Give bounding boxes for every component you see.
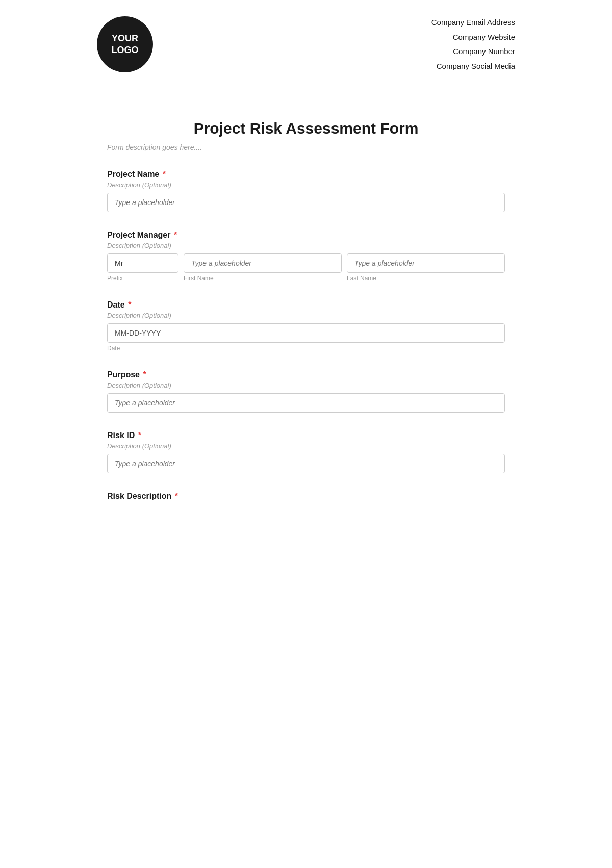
date-label: Date *	[107, 300, 505, 310]
date-required: *	[126, 300, 132, 309]
last-name-input[interactable]	[347, 253, 505, 273]
company-website-label: Company Website	[431, 30, 515, 45]
purpose-required: *	[141, 370, 146, 379]
prefix-col: Prefix	[107, 253, 178, 282]
first-name-label: First Name	[184, 275, 342, 282]
purpose-input[interactable]	[107, 393, 505, 413]
risk-id-input[interactable]	[107, 454, 505, 473]
risk-id-description: Description (Optional)	[107, 442, 505, 450]
risk-description-required: *	[172, 492, 178, 500]
company-social-label: Company Social Media	[431, 59, 515, 74]
project-name-description: Description (Optional)	[107, 181, 505, 189]
date-sub-label: Date	[107, 345, 505, 352]
prefix-input[interactable]	[107, 253, 178, 273]
risk-id-field: Risk ID * Description (Optional)	[107, 431, 505, 473]
purpose-description: Description (Optional)	[107, 381, 505, 389]
first-name-input[interactable]	[184, 253, 342, 273]
risk-description-field: Risk Description *	[107, 492, 505, 501]
project-manager-required: *	[171, 231, 177, 239]
last-name-label: Last Name	[347, 275, 505, 282]
project-manager-label: Project Manager *	[107, 231, 505, 240]
project-manager-description: Description (Optional)	[107, 242, 505, 249]
project-name-field: Project Name * Description (Optional)	[107, 170, 505, 212]
prefix-label: Prefix	[107, 275, 178, 282]
project-manager-field: Project Manager * Description (Optional)…	[107, 231, 505, 282]
form-title: Project Risk Assessment Form	[107, 120, 505, 137]
project-name-required: *	[160, 170, 166, 178]
logo-text-line2: LOGO	[112, 44, 139, 56]
name-row: Prefix First Name Last Name	[107, 253, 505, 282]
page-header: YOUR LOGO Company Email Address Company …	[76, 0, 536, 84]
purpose-field: Purpose * Description (Optional)	[107, 370, 505, 413]
logo-text-line1: YOUR	[112, 33, 138, 44]
date-field: Date * Description (Optional) Date	[107, 300, 505, 352]
last-name-col: Last Name	[347, 253, 505, 282]
risk-description-label: Risk Description *	[107, 492, 505, 501]
purpose-label: Purpose *	[107, 370, 505, 379]
risk-id-required: *	[136, 431, 141, 440]
project-name-label: Project Name *	[107, 170, 505, 179]
form-container: Project Risk Assessment Form Form descri…	[76, 84, 536, 540]
risk-id-label: Risk ID *	[107, 431, 505, 440]
company-number-label: Company Number	[431, 44, 515, 59]
company-info: Company Email Address Company Website Co…	[431, 15, 515, 73]
date-description: Description (Optional)	[107, 312, 505, 319]
company-email-label: Company Email Address	[431, 15, 515, 30]
first-name-col: First Name	[184, 253, 342, 282]
project-name-input[interactable]	[107, 193, 505, 212]
company-logo: YOUR LOGO	[97, 16, 153, 72]
form-description: Form description goes here....	[107, 143, 505, 151]
date-input[interactable]	[107, 323, 505, 343]
